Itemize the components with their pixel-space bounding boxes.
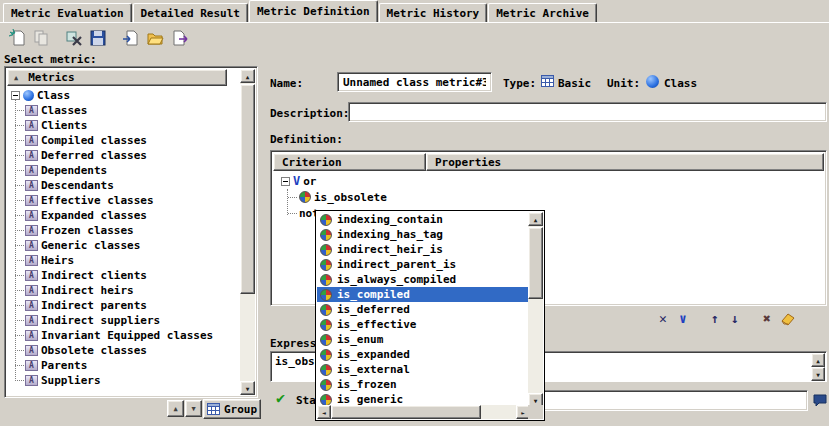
tree-item[interactable]: Generic classes [15, 238, 227, 253]
tree-item[interactable]: Indirect suppliers [15, 313, 227, 328]
tree-item[interactable]: Indirect clients [15, 268, 227, 283]
tree-item[interactable]: Expanded classes [15, 208, 227, 223]
dropdown-item[interactable]: is_enum [317, 332, 529, 347]
tree-root-item[interactable]: Class [7, 88, 227, 103]
move-metric-up-button[interactable]: ▲ [167, 400, 184, 417]
or-operator-icon: ∨ [679, 311, 687, 326]
tree-item[interactable]: Clients [15, 118, 227, 133]
dropdown-item[interactable]: is_external [317, 362, 529, 377]
or-operator-button[interactable]: ∨ [673, 308, 693, 328]
scrollbar-thumb[interactable] [240, 84, 255, 294]
criterion-column-header[interactable]: Criterion [273, 153, 426, 171]
scrollbar-thumb[interactable] [331, 405, 481, 419]
tab[interactable]: Detailed Result [133, 3, 248, 22]
tree-item[interactable]: Parents [15, 358, 227, 373]
delete-metric-button[interactable] [62, 26, 86, 50]
clear-criterion-button[interactable] [777, 308, 797, 328]
tab[interactable]: Metric Evaluation [3, 3, 132, 22]
tree-item[interactable]: Invariant Equipped classes [15, 328, 227, 343]
tab-label: Metric Definition [257, 5, 370, 18]
dropdown-item-label: indexing_contain [337, 213, 443, 226]
scroll-down-icon[interactable]: ▼ [811, 367, 825, 381]
dropdown-item[interactable]: is_deferred [317, 302, 529, 317]
dropdown-item[interactable]: is_compiled [317, 287, 529, 302]
scroll-up-icon[interactable]: ▲ [528, 212, 543, 226]
dropdown-item-label: is_frozen [337, 378, 397, 391]
group-button-label: Group [224, 403, 257, 416]
tree-item[interactable]: Heirs [15, 253, 227, 268]
tree-item[interactable]: Effective classes [15, 193, 227, 208]
tree-item[interactable]: Compiled classes [15, 133, 227, 148]
metric-tree: Class Classes Clients [7, 86, 227, 395]
metrics-column-header[interactable]: ▲ Metrics [7, 69, 227, 86]
scrollbar-thumb[interactable] [528, 227, 543, 299]
tab-bar: Metric Evaluation Detailed Result Metric… [0, 0, 829, 22]
dropdown-item[interactable]: indirect_heir_is [317, 242, 529, 257]
tab-label: Metric History [387, 7, 480, 20]
tree-item[interactable]: Descendants [15, 178, 227, 193]
tree-item-label: Indirect heirs [41, 284, 134, 297]
scrollbar-corner [528, 405, 543, 419]
metric-icon [25, 330, 38, 341]
metric-icon [25, 120, 38, 131]
tab[interactable]: Metric Archive [488, 3, 597, 22]
scroll-up-icon[interactable]: ▲ [240, 69, 255, 83]
tree-item[interactable]: Suppliers [15, 373, 227, 388]
dropdown-item[interactable]: is_always_compiled [317, 272, 529, 287]
duplicate-metric-button[interactable] [29, 26, 53, 50]
criterion-icon [320, 334, 332, 346]
metric-icon [25, 210, 38, 221]
dropdown-item[interactable]: is_frozen [317, 377, 529, 392]
tab[interactable]: Metric Definition [249, 0, 378, 22]
name-input[interactable] [337, 72, 492, 92]
open-metrics-button[interactable] [143, 26, 167, 50]
scroll-left-icon[interactable]: ◄ [317, 405, 331, 419]
properties-column-header[interactable]: Properties [426, 153, 824, 171]
save-metric-button[interactable] [86, 26, 110, 50]
scroll-down-icon[interactable]: ▼ [240, 381, 255, 395]
and-operator-button[interactable]: ✕ [653, 308, 673, 328]
group-toggle-button[interactable]: Group [203, 399, 261, 419]
and-operator-icon: ✕ [659, 311, 667, 326]
scroll-up-icon[interactable]: ▲ [811, 353, 825, 367]
dropdown-item[interactable]: indexing_contain [317, 212, 529, 227]
tree-item[interactable]: Dependents [15, 163, 227, 178]
speech-bubble-icon [813, 394, 827, 407]
move-criterion-down-button[interactable]: ↓ [725, 308, 745, 328]
tree-item-label: Classes [41, 104, 87, 117]
name-label: Name: [270, 77, 303, 90]
dropdown-item[interactable]: is_expanded [317, 347, 529, 362]
criterion-dropdown: indexing_contain indexing_has_tag indire… [315, 210, 545, 421]
definition-header: Criterion Properties [273, 153, 824, 171]
comment-button[interactable] [811, 391, 828, 410]
dropdown-horizontal-scrollbar[interactable]: ◄ ► [317, 405, 530, 419]
export-metrics-button[interactable] [167, 26, 191, 50]
collapse-icon[interactable] [281, 177, 290, 186]
dropdown-vertical-scrollbar[interactable]: ▲ ▼ [528, 212, 543, 407]
criterion-dropdown-list: indexing_contain indexing_has_tag indire… [317, 212, 529, 407]
criterion-icon [320, 244, 332, 256]
definition-row-or[interactable]: V or [273, 173, 824, 189]
move-metric-down-button[interactable]: ▼ [185, 400, 202, 417]
tree-item[interactable]: Frozen classes [15, 223, 227, 238]
tree-item[interactable]: Indirect heirs [15, 283, 227, 298]
dropdown-item[interactable]: indirect_parent_is [317, 257, 529, 272]
tab[interactable]: Metric History [379, 3, 488, 22]
tree-item[interactable]: Classes [15, 103, 227, 118]
tree-vertical-scrollbar[interactable]: ▲ ▼ [240, 69, 255, 395]
copy-icon [32, 29, 50, 47]
dropdown-item[interactable]: is_effective [317, 317, 529, 332]
move-criterion-up-button[interactable]: ↑ [705, 308, 725, 328]
tree-item[interactable]: Deferred classes [15, 148, 227, 163]
tree-item[interactable]: Obsolete classes [15, 343, 227, 358]
tree-item[interactable]: Indirect parents [15, 298, 227, 313]
dropdown-item-label: is_enum [337, 333, 383, 346]
expression-scrollbar[interactable]: ▲ ▼ [811, 353, 825, 380]
dropdown-item[interactable]: indexing_has_tag [317, 227, 529, 242]
criterion-icon [320, 364, 332, 376]
description-input[interactable] [348, 102, 827, 122]
import-metrics-button[interactable] [119, 26, 143, 50]
definition-row-criterion[interactable]: is_obsolete [273, 189, 824, 205]
new-metric-button[interactable] [5, 26, 29, 50]
delete-criterion-button[interactable]: ✖ [757, 308, 777, 328]
